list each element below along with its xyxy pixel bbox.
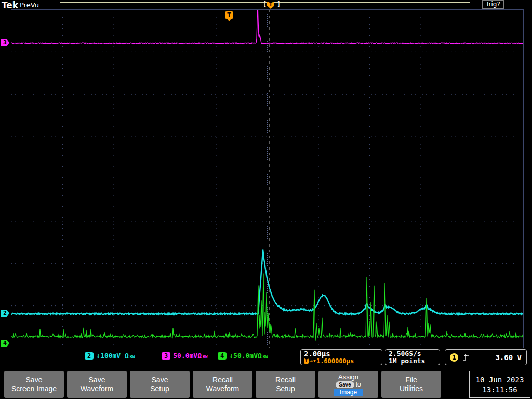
ch3-scale: 50.0mV xyxy=(173,352,197,360)
ch4-badge: 4 xyxy=(218,352,227,360)
bottom-menu: Save Screen Image Save Waveform Save Set… xyxy=(0,368,532,399)
ch2-coupling: Ω xyxy=(125,352,129,360)
menu-button-save-setup[interactable]: Save Setup xyxy=(130,371,190,398)
menu-label: Waveform xyxy=(81,384,113,393)
trigger-time-label: T xyxy=(227,11,231,18)
acquisition-readout: 2.50GS/s 1M points xyxy=(385,349,440,365)
menu-label: Save xyxy=(26,376,43,384)
record-view-bar[interactable]: [ ] T xyxy=(60,2,470,7)
graticule: T xyxy=(11,9,524,349)
delay-trigger-icon: T xyxy=(304,358,309,364)
menu-label: Screen Image xyxy=(11,384,57,393)
ch3-ground-marker[interactable]: 3 xyxy=(1,39,9,46)
menu-label: Assign xyxy=(338,373,358,381)
menu-button-save-waveform[interactable]: Save Waveform xyxy=(67,371,127,398)
horizontal-readout: 2.00µs T → ▼ 1.600000µs xyxy=(300,349,382,365)
menu-label: Save xyxy=(89,376,105,384)
ch4-readout[interactable]: 4↓50.0mVΩBW xyxy=(218,352,268,360)
menu-label: to xyxy=(356,381,361,388)
menu-label: File xyxy=(405,376,417,384)
datetime-box: 10 Jun 2023 13:11:56 xyxy=(469,371,530,398)
trigger-status-badge: Trig? xyxy=(482,0,504,9)
rising-edge-icon xyxy=(462,353,470,362)
menu-button-recall-waveform[interactable]: Recall Waveform xyxy=(193,371,252,398)
menu-label: Recall xyxy=(275,376,296,384)
ch2-bandwidth-limit: BW xyxy=(130,355,135,360)
menu-label: Setup xyxy=(276,384,295,393)
waveform-display xyxy=(11,10,523,348)
trigger-position-label: T xyxy=(269,2,272,7)
ch2-readout[interactable]: 2↓100mV ΩBW xyxy=(85,352,135,360)
time-per-division: 2.00µs xyxy=(304,350,379,358)
acquisition-status: PreVu xyxy=(20,1,39,9)
menu-label: Saveto xyxy=(336,381,361,389)
assign-target-highlight: Image xyxy=(334,389,363,396)
trigger-position-marker-icon[interactable]: T xyxy=(267,2,274,9)
trigger-source-badge: 1 xyxy=(450,353,458,362)
sample-rate: 2.50GS/s xyxy=(389,350,436,357)
menu-label: Utilities xyxy=(400,384,423,393)
triangle-down-icon: ▼ xyxy=(313,358,316,364)
ch2-ground-marker[interactable]: 2 xyxy=(1,310,9,317)
ch2-trace xyxy=(11,250,523,315)
save-pill-badge: Save xyxy=(336,381,354,388)
menu-button-save-screen-image[interactable]: Save Screen Image xyxy=(4,371,64,398)
trigger-readout: 1 3.60 V xyxy=(445,349,527,365)
menu-button-file-utilities[interactable]: File Utilities xyxy=(381,371,441,398)
menu-label: Waveform xyxy=(206,384,239,393)
menu-label: Save xyxy=(152,376,168,384)
oscilloscope-screen: Tek PreVu [ ] T Trig? T 3 2 4 2↓100mV ΩB… xyxy=(0,0,532,399)
ch3-readout[interactable]: 350.0mVΩBW xyxy=(162,352,208,360)
ch3-badge: 3 xyxy=(162,352,170,360)
ch4-scale: ↓50.0mV xyxy=(229,352,258,360)
time: 13:11:56 xyxy=(482,385,517,394)
zoom-bracket-left-icon: [ xyxy=(263,1,267,8)
menu-label: Recall xyxy=(212,376,233,384)
ch2-badge: 2 xyxy=(85,352,94,360)
delay-readout: T → ▼ 1.600000µs xyxy=(304,358,379,364)
ch3-trace xyxy=(11,10,523,44)
menu-button-assign-save-to-image[interactable]: Assign Saveto Image xyxy=(318,371,378,398)
delay-value: 1.600000µs xyxy=(316,358,354,364)
trigger-level: 3.60 V xyxy=(495,353,522,362)
arrow-right-icon: → xyxy=(309,358,313,364)
menu-button-recall-setup[interactable]: Recall Setup xyxy=(256,371,315,398)
tek-logo: Tek xyxy=(2,0,18,10)
menu-label: Setup xyxy=(150,384,169,393)
ch4-trace xyxy=(11,274,523,341)
menu-label: Image xyxy=(334,389,363,396)
ch3-bandwidth-limit: BW xyxy=(203,355,208,360)
zoom-bracket-right-icon: ] xyxy=(277,1,281,8)
ch2-scale: ↓100mV xyxy=(96,352,121,360)
ch4-bandwidth-limit: BW xyxy=(263,355,268,360)
record-length: 1M points xyxy=(389,357,436,365)
date: 10 Jun 2023 xyxy=(476,376,524,384)
ch4-ground-marker[interactable]: 4 xyxy=(1,340,9,347)
trigger-time-marker-icon[interactable]: T xyxy=(225,11,233,19)
status-bar: 2↓100mV ΩBW 350.0mVΩBW 4↓50.0mVΩBW 2.00µ… xyxy=(0,348,532,368)
ch3-coupling: Ω xyxy=(197,352,202,360)
ch4-coupling: Ω xyxy=(258,352,262,360)
